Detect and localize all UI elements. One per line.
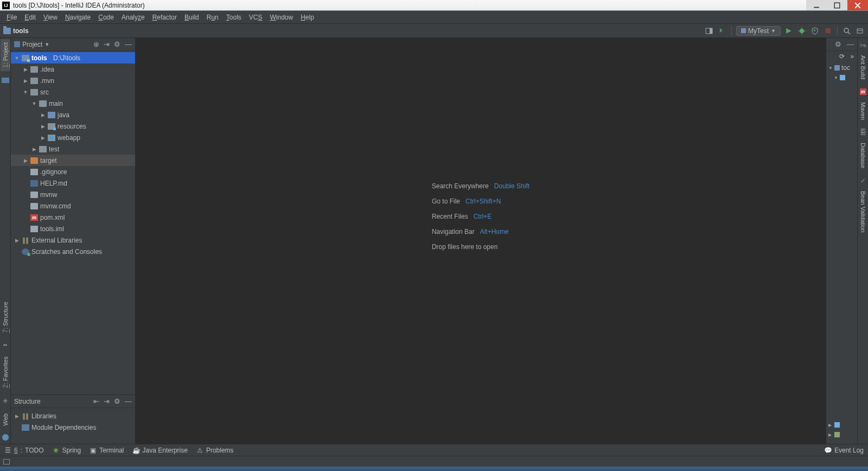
- hide-icon[interactable]: —: [125, 40, 132, 48]
- toggle-preview-icon[interactable]: [704, 26, 714, 36]
- sync-icon[interactable]: [717, 26, 727, 36]
- tree-node-test[interactable]: test: [11, 143, 135, 155]
- menu-tools[interactable]: Tools: [223, 12, 245, 22]
- intellij-icon: IJ: [2, 2, 10, 9]
- bt-event-log[interactable]: 💬Event Log: [825, 447, 864, 454]
- tab-project[interactable]: 1: Project: [1, 39, 10, 71]
- tree-node-mvnwcmd[interactable]: mvnw.cmd: [11, 200, 135, 212]
- right-tree-root[interactable]: ▼toc: [828, 63, 855, 73]
- tab-web[interactable]: Web: [1, 410, 10, 429]
- tree-node-target[interactable]: target: [11, 155, 135, 166]
- bt-terminal[interactable]: ▣Terminal: [90, 447, 124, 454]
- stop-button[interactable]: [823, 26, 833, 36]
- window-title: tools [D:\J\tools] - IntelliJ IDEA (Admi…: [13, 2, 145, 9]
- menu-navigate[interactable]: Navigate: [62, 12, 94, 22]
- menubar: File Edit View Navigate Code Analyze Ref…: [0, 11, 868, 24]
- svg-rect-4: [706, 28, 712, 34]
- menu-window[interactable]: Window: [266, 12, 296, 22]
- gear-icon[interactable]: ⚙: [835, 40, 841, 48]
- ide-settings-icon[interactable]: [855, 26, 865, 36]
- tree-node-scratch[interactable]: Scratches and Consoles: [11, 246, 135, 257]
- editor-area[interactable]: Search EverywhereDouble Shift Go to File…: [136, 38, 826, 444]
- tab-maven[interactable]: Maven: [859, 99, 867, 123]
- tree-node-java[interactable]: java: [11, 109, 135, 120]
- svg-rect-5: [710, 28, 712, 34]
- tree-node-webapp[interactable]: webapp: [11, 132, 135, 143]
- web-folder-icon: [48, 135, 55, 141]
- structure-title: Structure: [14, 398, 41, 405]
- project-view-label[interactable]: Project: [22, 41, 42, 48]
- menu-analyze[interactable]: Analyze: [118, 12, 148, 22]
- tree-node-src[interactable]: src: [11, 86, 135, 98]
- menu-help[interactable]: Help: [297, 12, 317, 22]
- search-icon[interactable]: [842, 26, 852, 36]
- bt-todo[interactable]: ☰6: TODO: [4, 447, 43, 454]
- expand-icon[interactable]: ⇤: [93, 397, 99, 405]
- module-icon[interactable]: [2, 78, 9, 83]
- hide-icon[interactable]: —: [125, 397, 132, 405]
- tree-node-gitignore[interactable]: .gitignore: [11, 166, 135, 177]
- menu-refactor[interactable]: Refactor: [149, 12, 180, 22]
- chevron-down-icon[interactable]: ▼: [44, 42, 49, 47]
- svg-rect-16: [857, 29, 863, 33]
- debug-button[interactable]: [797, 26, 807, 36]
- tree-node-pom[interactable]: mpom.xml: [11, 212, 135, 223]
- menu-edit[interactable]: Edit: [21, 12, 39, 22]
- bt-jee[interactable]: ☕Java Enterprise: [133, 447, 188, 454]
- menu-build[interactable]: Build: [181, 12, 202, 22]
- folder-icon: [840, 75, 845, 80]
- tree-node-help[interactable]: HELP.md: [11, 177, 135, 189]
- right-tree-child[interactable]: ▼: [828, 73, 855, 82]
- project-folder-icon: [3, 28, 11, 34]
- tool-window-quick-access-icon[interactable]: [3, 459, 10, 464]
- collapse-icon[interactable]: ⇥: [104, 40, 110, 48]
- gear-icon[interactable]: ⚙: [114, 397, 120, 405]
- project-root-node[interactable]: tools D:\J\tools: [11, 52, 135, 63]
- menu-file[interactable]: File: [3, 12, 20, 22]
- tree-node-idea[interactable]: .idea: [11, 63, 135, 75]
- tree-node-mvnw[interactable]: mvnw: [11, 189, 135, 200]
- window-maximize-button[interactable]: [827, 0, 847, 10]
- menu-vcs[interactable]: VCS: [246, 12, 266, 22]
- tree-node-main[interactable]: main: [11, 98, 135, 109]
- tree-node-resources[interactable]: resources: [11, 120, 135, 132]
- module-deps-icon: [22, 424, 29, 431]
- tab-favorites[interactable]: 2: Favorites: [1, 353, 10, 391]
- tab-database[interactable]: Database: [859, 139, 867, 171]
- bt-spring[interactable]: ❀Spring: [52, 447, 81, 454]
- svg-rect-13: [826, 28, 831, 33]
- tree-node-iml[interactable]: tools.iml: [11, 223, 135, 234]
- folder-icon: [39, 100, 47, 107]
- right-tree-item1[interactable]: ▶: [828, 420, 855, 430]
- locate-icon[interactable]: ⊕: [93, 40, 99, 48]
- coverage-button[interactable]: [810, 26, 820, 36]
- structure-panel-header: Structure ⇤ ⇥ ⚙ —: [11, 395, 135, 408]
- run-button[interactable]: [784, 26, 794, 36]
- structure-libraries[interactable]: ∥∥Libraries: [11, 410, 135, 422]
- structure-module-deps[interactable]: Module Dependencies: [11, 422, 135, 433]
- menu-view[interactable]: View: [40, 12, 61, 22]
- os-taskbar: [0, 467, 868, 471]
- window-minimize-button[interactable]: [806, 0, 827, 10]
- collapse-icon[interactable]: ⇥: [104, 397, 110, 405]
- hint-go-to-file: Go to FileCtrl+Shift+N: [432, 198, 529, 205]
- tab-structure[interactable]: 7: Structure: [1, 298, 10, 336]
- menu-run[interactable]: Run: [203, 12, 222, 22]
- svg-marker-12: [814, 29, 816, 31]
- folder-icon: [30, 78, 38, 84]
- refresh-icon[interactable]: ⟳: [839, 53, 845, 60]
- tree-node-mvn[interactable]: .mvn: [11, 75, 135, 86]
- more-icon[interactable]: »: [850, 53, 854, 60]
- project-tree[interactable]: tools D:\J\tools .idea .mvn src main jav…: [11, 51, 135, 394]
- tab-ant-build[interactable]: Ant Build: [859, 52, 867, 82]
- tree-node-extlibs[interactable]: ∥∥External Libraries: [11, 234, 135, 246]
- window-close-button[interactable]: [847, 0, 868, 10]
- menu-code[interactable]: Code: [95, 12, 117, 22]
- bt-problems[interactable]: ⚠Problems: [196, 447, 234, 454]
- tab-bean-validation[interactable]: Bean Validation: [859, 188, 867, 236]
- run-configuration-selector[interactable]: MyTest ▼: [736, 26, 781, 36]
- hide-icon[interactable]: —: [847, 40, 854, 48]
- gear-icon[interactable]: ⚙: [114, 40, 120, 48]
- breadcrumb-project[interactable]: tools: [13, 27, 29, 35]
- right-tree-item2[interactable]: ▶: [828, 430, 855, 440]
